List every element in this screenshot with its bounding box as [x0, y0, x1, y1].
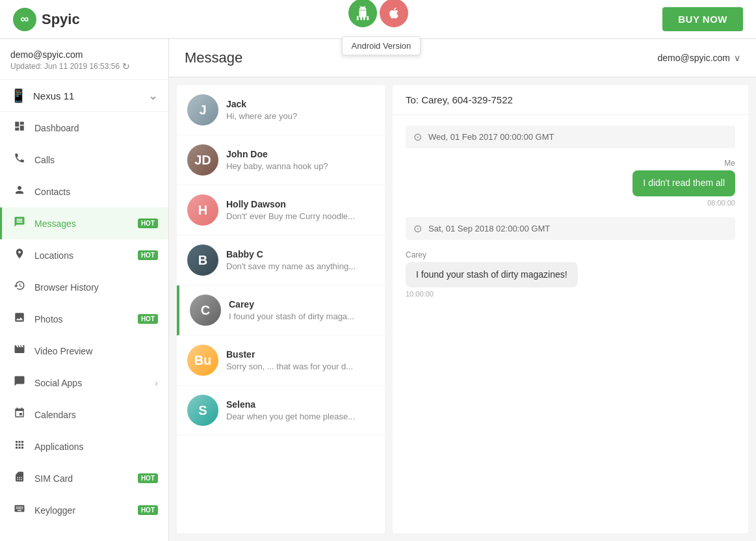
- applications-icon: [12, 439, 27, 454]
- sidebar-item-dashboard[interactable]: Dashboard: [0, 112, 168, 144]
- device-selector[interactable]: 📱 Nexus 11 ⌄: [0, 80, 168, 112]
- android-platform-btn[interactable]: [348, 0, 377, 27]
- sidebar-item-sim-card[interactable]: SIM CardHOT: [0, 462, 168, 494]
- contact-info-holly-dawson: Holly DawsonDon't' ever Buy me Curry noo…: [226, 199, 374, 221]
- message-time-2: 10:00:00: [406, 290, 434, 298]
- sidebar-item-calls[interactable]: Calls: [0, 144, 168, 176]
- contact-name-carey: Carey: [229, 299, 374, 310]
- apple-platform-btn[interactable]: [380, 0, 408, 27]
- sidebar-item-label-calendars: Calendars: [34, 410, 158, 420]
- photos-icon: [12, 311, 27, 326]
- collapse-icon-2[interactable]: ⊙: [413, 222, 422, 235]
- content-header: Message demo@spyic.com ∨: [169, 39, 756, 77]
- contact-name-jack: Jack: [226, 99, 374, 109]
- sidebar-item-keylogger[interactable]: KeyloggerHOT: [0, 494, 168, 526]
- message-bubble-sent: I didn't read them all: [632, 170, 735, 196]
- sidebar-item-label-photos: Photos: [34, 314, 127, 324]
- message-time-1: 08:00:00: [707, 199, 735, 207]
- message-bubble-received: I found your stash of dirty magazines!: [406, 262, 578, 288]
- sidebar-item-social-apps[interactable]: Social Apps›: [0, 367, 168, 399]
- sidebar-item-contacts[interactable]: Contacts: [0, 176, 168, 207]
- messages-icon: [12, 216, 27, 231]
- contact-avatar-jack: J: [187, 94, 218, 125]
- contact-info-buster: BusterSorry son, ... that was for your d…: [226, 349, 374, 371]
- nav-items: DashboardCallsContactsMessagesHOTLocatio…: [0, 112, 168, 526]
- sidebar-item-label-video-preview: Video Preview: [34, 346, 158, 356]
- header-account-email: demo@spyic.com: [658, 53, 730, 63]
- device-left: 📱 Nexus 11: [10, 88, 74, 103]
- hot-badge-photos: HOT: [138, 314, 158, 324]
- sidebar-item-label-locations: Locations: [34, 250, 127, 261]
- contact-name-john-doe: John Doe: [226, 149, 374, 159]
- contact-preview-selena: Dear when you get home please...: [226, 412, 374, 421]
- sidebar-item-applications[interactable]: Applications: [0, 430, 168, 462]
- contact-info-jack: JackHi, where are you?: [226, 99, 374, 121]
- contact-name-selena: Selena: [226, 399, 374, 410]
- contact-item-jack[interactable]: JJackHi, where are you?: [177, 85, 385, 135]
- sidebar-item-label-messages: Messages: [34, 218, 127, 229]
- device-name: Nexus 11: [33, 90, 74, 101]
- sidebar-item-browser-history[interactable]: Browser History: [0, 271, 168, 303]
- sidebar: demo@spyic.com Updated: Jun 11 2019 16:5…: [0, 39, 169, 541]
- contact-item-john-doe[interactable]: JDJohn DoeHey baby, wanna hook up?: [177, 135, 385, 185]
- date-separator-2: ⊙ Sat, 01 Sep 2018 02:00:00 GMT: [406, 217, 735, 240]
- sidebar-item-photos[interactable]: PhotosHOT: [0, 303, 168, 335]
- platform-buttons: [348, 0, 408, 27]
- contact-item-babby-c[interactable]: BBabby CDon't save my name as anything..…: [177, 235, 385, 285]
- device-chevron-icon: ⌄: [148, 88, 158, 103]
- sidebar-item-messages[interactable]: MessagesHOT: [0, 207, 168, 239]
- sidebar-item-calendars[interactable]: Calendars: [0, 399, 168, 430]
- messages-panel: JJackHi, where are you?JDJohn DoeHey bab…: [169, 77, 756, 541]
- browser-history-icon: [12, 280, 27, 295]
- content-area: Message demo@spyic.com ∨ JJackHi, where …: [169, 39, 756, 541]
- header-chevron-icon: ∨: [734, 53, 740, 63]
- android-tooltip: Android Version: [342, 36, 421, 55]
- contact-name-buster: Buster: [226, 349, 374, 360]
- sim-card-icon: [12, 471, 27, 486]
- header-account-menu[interactable]: demo@spyic.com ∨: [658, 53, 740, 63]
- account-updated: Updated: Jun 11 2019 16:53:56 ↻: [10, 61, 158, 72]
- sidebar-item-video-preview[interactable]: Video Preview: [0, 335, 168, 367]
- contact-list: JJackHi, where are you?JDJohn DoeHey bab…: [177, 85, 385, 533]
- collapse-icon[interactable]: ⊙: [413, 131, 422, 143]
- contact-info-carey: CareyI found your stash of dirty maga...: [229, 299, 374, 321]
- contact-item-carey[interactable]: CCareyI found your stash of dirty maga..…: [177, 285, 385, 336]
- contact-preview-holly-dawson: Don't' ever Buy me Curry noodle...: [226, 211, 374, 221]
- contact-name-holly-dawson: Holly Dawson: [226, 199, 374, 209]
- sidebar-item-label-dashboard: Dashboard: [34, 123, 158, 133]
- contact-item-selena[interactable]: SSelenaDear when you get home please...: [177, 386, 385, 436]
- conversation-header: To: Carey, 604-329-7522: [393, 85, 748, 115]
- arrow-icon-social-apps: ›: [155, 378, 158, 388]
- logo-text: Spyic: [42, 11, 80, 28]
- sidebar-item-label-keylogger: Keylogger: [34, 505, 127, 516]
- logo-area: ∞ Spyic: [13, 8, 80, 31]
- phone-icon: 📱: [10, 88, 27, 103]
- message-row-sent: Me I didn't read them all 08:00:00: [406, 159, 735, 207]
- contact-name-babby-c: Babby C: [226, 249, 374, 259]
- calendars-icon: [12, 407, 27, 422]
- contact-item-buster[interactable]: BuBusterSorry son, ... that was for your…: [177, 336, 385, 386]
- contacts-icon: [12, 184, 27, 199]
- date-label-1: Wed, 01 Feb 2017 00:00:00 GMT: [428, 132, 554, 142]
- date-separator-1: ⊙ Wed, 01 Feb 2017 00:00:00 GMT: [406, 125, 735, 148]
- contact-avatar-selena: S: [187, 395, 218, 426]
- locations-icon: [12, 248, 27, 263]
- contact-avatar-buster: Bu: [187, 345, 218, 376]
- contact-item-holly-dawson[interactable]: HHolly DawsonDon't' ever Buy me Curry no…: [177, 185, 385, 235]
- contact-preview-buster: Sorry son, ... that was for your d...: [226, 362, 374, 371]
- conversation-panel: To: Carey, 604-329-7522 ⊙ Wed, 01 Feb 20…: [393, 85, 748, 533]
- contact-avatar-john-doe: JD: [187, 144, 218, 176]
- refresh-icon[interactable]: ↻: [122, 61, 130, 72]
- hot-badge-sim-card: HOT: [138, 473, 158, 483]
- sidebar-item-locations[interactable]: LocationsHOT: [0, 239, 168, 271]
- sidebar-account: demo@spyic.com Updated: Jun 11 2019 16:5…: [0, 39, 168, 80]
- contact-info-selena: SelenaDear when you get home please...: [226, 399, 374, 421]
- dashboard-icon: [12, 120, 27, 135]
- sidebar-item-label-browser-history: Browser History: [34, 282, 158, 293]
- contact-preview-john-doe: Hey baby, wanna hook up?: [226, 161, 374, 171]
- date-label-2: Sat, 01 Sep 2018 02:00:00 GMT: [428, 224, 550, 233]
- buy-now-button[interactable]: BUY NOW: [662, 7, 743, 31]
- message-row-received: Carey I found your stash of dirty magazi…: [406, 250, 735, 298]
- contact-avatar-babby-c: B: [187, 244, 218, 276]
- contact-preview-babby-c: Don't save my name as anything...: [226, 261, 374, 271]
